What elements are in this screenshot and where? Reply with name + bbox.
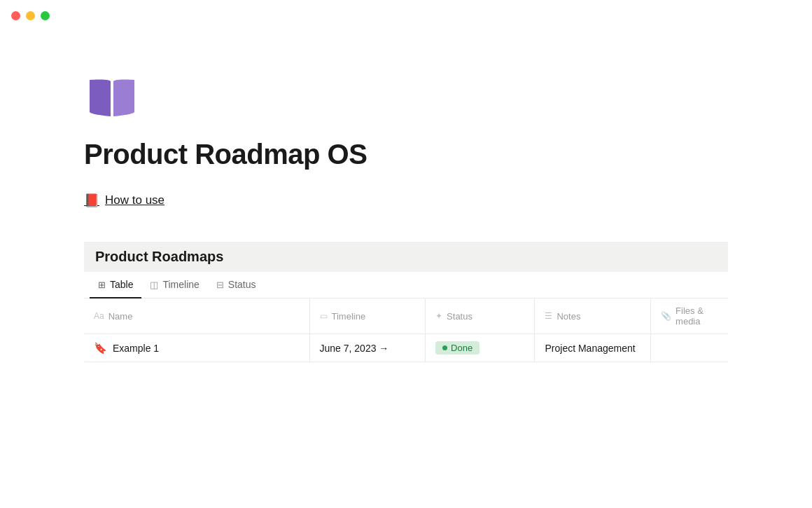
col-status-label: Status — [447, 311, 472, 322]
col-header-status: ✦ Status — [426, 298, 535, 334]
close-button[interactable] — [11, 11, 20, 20]
status-tab-icon: ⊟ — [216, 280, 224, 290]
status-col-icon: ✦ — [435, 311, 442, 321]
row-timeline-value: June 7, 2023 → — [320, 343, 389, 354]
cell-files — [651, 334, 728, 362]
col-name-label: Name — [108, 311, 133, 322]
how-to-use-label: How to use — [105, 193, 164, 207]
status-badge: Done — [435, 341, 479, 355]
table-row[interactable]: 🔖 Example 1 June 7, 2023 → Done — [84, 334, 728, 362]
col-timeline-label: Timeline — [332, 311, 366, 322]
page-title: Product Roadmap OS — [84, 139, 728, 170]
timeline-tab-icon: ◫ — [150, 280, 158, 290]
row-icon: 🔖 — [94, 342, 107, 355]
how-to-use-link[interactable]: 📕 How to use — [84, 193, 164, 208]
book-pages-icon — [84, 73, 140, 125]
page-icon — [84, 73, 728, 125]
section-header: Product Roadmaps — [84, 242, 728, 272]
row-notes-value: Project Management — [545, 343, 635, 354]
col-header-name: Aa Name — [84, 298, 309, 334]
cell-notes: Project Management — [535, 334, 651, 362]
roadmaps-section: Product Roadmaps ⊞ Table ◫ Timeline ⊟ St… — [84, 242, 728, 362]
book-emoji-icon: 📕 — [84, 193, 99, 208]
cell-name: 🔖 Example 1 — [84, 334, 309, 362]
status-value: Done — [451, 343, 472, 353]
tab-timeline[interactable]: ◫ Timeline — [141, 272, 207, 298]
name-col-icon: Aa — [94, 311, 104, 321]
col-notes-label: Notes — [556, 311, 580, 322]
titlebar — [0, 0, 812, 31]
tabs-bar: ⊞ Table ◫ Timeline ⊟ Status — [84, 272, 728, 298]
section-title: Product Roadmaps — [95, 249, 223, 264]
maximize-button[interactable] — [41, 11, 50, 20]
table-tab-icon: ⊞ — [98, 280, 106, 290]
main-content: Product Roadmap OS 📕 How to use Product … — [0, 31, 812, 508]
col-header-files: 📎 Files & media — [651, 298, 728, 334]
col-header-notes: ☰ Notes — [535, 298, 651, 334]
notes-col-icon: ☰ — [545, 311, 552, 321]
tab-timeline-label: Timeline — [162, 279, 199, 290]
cell-timeline: June 7, 2023 → — [309, 334, 426, 362]
tab-status-label: Status — [228, 279, 256, 290]
col-header-timeline: ▭ Timeline — [309, 298, 426, 334]
row-name-value: Example 1 — [113, 343, 159, 354]
cell-status: Done — [426, 334, 535, 362]
tab-table[interactable]: ⊞ Table — [90, 272, 141, 298]
how-to-use-section: 📕 How to use — [84, 193, 728, 208]
minimize-button[interactable] — [26, 11, 35, 20]
roadmaps-table: Aa Name ▭ Timeline ✦ Status — [84, 298, 728, 362]
col-files-label: Files & media — [676, 306, 718, 327]
files-col-icon: 📎 — [661, 311, 671, 321]
tab-table-label: Table — [110, 279, 133, 290]
tab-status[interactable]: ⊟ Status — [208, 272, 265, 298]
status-dot-icon — [442, 345, 447, 350]
timeline-col-icon: ▭ — [320, 311, 328, 321]
